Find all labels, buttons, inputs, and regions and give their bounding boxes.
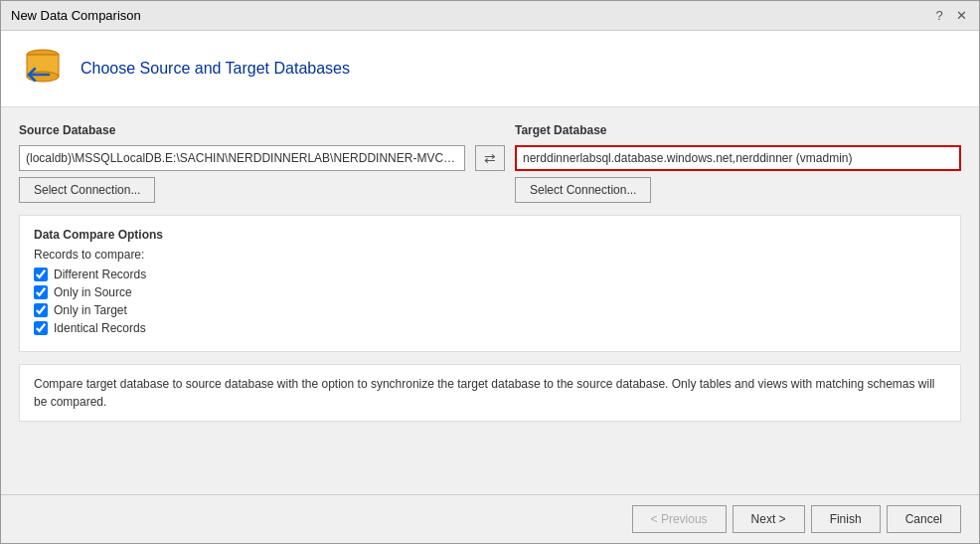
checkbox-row-2: Only in Target <box>34 303 946 317</box>
checkboxes-container: Different RecordsOnly in SourceOnly in T… <box>34 268 946 335</box>
info-text: Compare target database to source databa… <box>34 377 935 409</box>
checkbox-row-0: Different Records <box>34 268 946 281</box>
target-db-label: Target Database <box>515 123 961 137</box>
db-icon <box>19 45 67 92</box>
checkbox-cb4[interactable] <box>34 321 48 335</box>
records-label: Records to compare: <box>34 248 946 262</box>
dialog-window: New Data Comparison ? ✕ Choose Source an… <box>0 0 980 544</box>
options-title: Data Compare Options <box>34 228 946 242</box>
source-db-panel: Source Database Select Connection... <box>19 123 465 203</box>
help-button[interactable]: ? <box>931 8 947 24</box>
source-select-btn[interactable]: Select Connection... <box>19 177 155 203</box>
checkbox-label-3: Identical Records <box>54 321 146 335</box>
header-section: Choose Source and Target Databases <box>1 31 979 107</box>
source-db-input[interactable] <box>19 145 465 171</box>
checkbox-row-3: Identical Records <box>34 321 946 335</box>
close-button[interactable]: ✕ <box>953 8 969 24</box>
checkbox-label-2: Only in Target <box>54 303 127 317</box>
target-db-input[interactable] <box>515 145 961 171</box>
checkbox-row-1: Only in Source <box>34 285 946 299</box>
next-button[interactable]: Next > <box>733 505 805 533</box>
header-title: Choose Source and Target Databases <box>81 60 350 78</box>
title-bar-title: New Data Comparison <box>11 8 141 23</box>
finish-button[interactable]: Finish <box>811 505 881 533</box>
cancel-button[interactable]: Cancel <box>887 505 961 533</box>
source-db-label: Source Database <box>19 123 465 137</box>
checkbox-cb1[interactable] <box>34 268 48 281</box>
checkbox-cb2[interactable] <box>34 285 48 299</box>
title-bar-controls: ? ✕ <box>931 8 969 24</box>
swap-btn-container: ⇄ <box>475 123 505 171</box>
title-bar: New Data Comparison ? ✕ <box>1 1 979 31</box>
target-select-btn[interactable]: Select Connection... <box>515 177 651 203</box>
footer: < Previous Next > Finish Cancel <box>1 494 979 543</box>
title-bar-left: New Data Comparison <box>11 8 141 23</box>
swap-button[interactable]: ⇄ <box>475 145 505 171</box>
info-section: Compare target database to source databa… <box>19 364 961 422</box>
previous-button[interactable]: < Previous <box>632 505 727 533</box>
databases-row: Source Database Select Connection... ⇄ T… <box>19 123 961 203</box>
content-area: Source Database Select Connection... ⇄ T… <box>1 107 979 494</box>
checkbox-label-0: Different Records <box>54 268 146 281</box>
checkbox-label-1: Only in Source <box>54 285 132 299</box>
swap-icon: ⇄ <box>484 150 496 166</box>
options-section: Data Compare Options Records to compare:… <box>19 215 961 352</box>
target-db-panel: Target Database Select Connection... <box>515 123 961 203</box>
checkbox-cb3[interactable] <box>34 303 48 317</box>
